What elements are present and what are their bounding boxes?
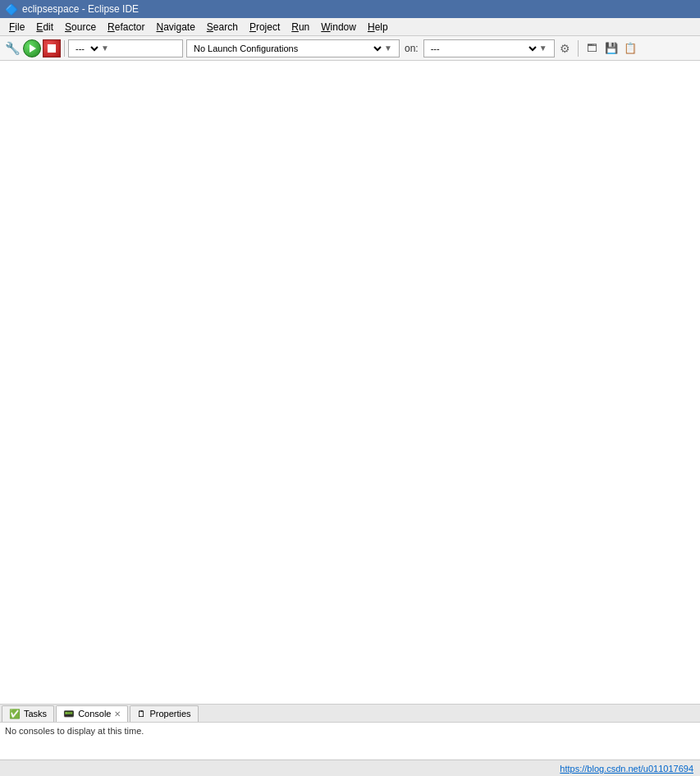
stop-button[interactable]: [43, 39, 61, 57]
status-url[interactable]: https://blog.csdn.net/u011017694: [560, 764, 693, 774]
save-button[interactable]: 💾: [602, 39, 620, 57]
menu-refactor[interactable]: Refactor: [102, 20, 150, 34]
menu-window[interactable]: Window: [315, 20, 362, 34]
menu-search[interactable]: Search: [201, 20, 244, 34]
console-tab-icon: 📟: [63, 709, 75, 719]
tab-tasks[interactable]: ✅ Tasks: [2, 705, 54, 722]
tab-properties[interactable]: 🗒 Properties: [130, 705, 198, 722]
toolbar-right-group: 🗔 💾 📋: [583, 39, 639, 57]
run-dropdown-arrow: ▼: [101, 44, 112, 53]
menu-navigate[interactable]: Navigate: [150, 20, 200, 34]
menu-file[interactable]: File: [3, 20, 30, 34]
status-bar: https://blog.csdn.net/u011017694: [0, 760, 700, 776]
menu-bar: File Edit Source Refactor Navigate Searc…: [0, 18, 700, 36]
launch-config-dropdown-wrapper[interactable]: No Launch Configurations ▼: [186, 39, 400, 57]
title-icon: 🔷: [5, 3, 18, 16]
title-bar: 🔷 eclipsespace - Eclipse IDE: [0, 0, 700, 18]
console-tab-label: Console: [78, 709, 111, 719]
properties-tab-icon: 🗒: [137, 709, 146, 719]
menu-edit[interactable]: Edit: [30, 20, 59, 34]
save-all-button[interactable]: 📋: [621, 39, 639, 57]
toolbar-separator-1: [64, 40, 65, 57]
menu-help[interactable]: Help: [362, 20, 394, 34]
toolbar-separator-2: [578, 40, 579, 57]
run-button[interactable]: [23, 39, 41, 57]
menu-project[interactable]: Project: [244, 20, 286, 34]
launch-dropdown-arrow: ▼: [384, 44, 395, 53]
launch-config-select[interactable]: No Launch Configurations: [187, 40, 384, 57]
tool-button[interactable]: 🔧: [3, 39, 21, 57]
console-message: No consoles to display at this time.: [5, 726, 144, 736]
menu-run[interactable]: Run: [286, 20, 315, 34]
target-dropdown-wrapper[interactable]: --- ▼: [423, 39, 555, 57]
on-label: on:: [405, 43, 419, 54]
run-config-dropdown-wrapper[interactable]: --- ▼: [68, 39, 183, 57]
tab-console[interactable]: 📟 Console ✕: [56, 705, 128, 722]
bottom-content: No consoles to display at this time.: [0, 723, 700, 759]
bottom-panel: ✅ Tasks 📟 Console ✕ 🗒 Properties No cons…: [0, 704, 700, 760]
target-select[interactable]: ---: [424, 40, 539, 57]
properties-tab-label: Properties: [149, 709, 190, 719]
main-content-area: [0, 61, 700, 723]
tasks-tab-icon: ✅: [9, 709, 21, 719]
run-config-select[interactable]: ---: [69, 40, 101, 57]
console-tab-close[interactable]: ✕: [114, 709, 121, 719]
toolbar: 🔧 --- ▼ No Launch Configurations ▼ on: -…: [0, 36, 700, 61]
new-window-button[interactable]: 🗔: [583, 39, 602, 57]
bottom-tabs: ✅ Tasks 📟 Console ✕ 🗒 Properties: [0, 705, 700, 723]
window-title: eclipsespace - Eclipse IDE: [22, 3, 139, 15]
target-dropdown-arrow: ▼: [539, 44, 550, 53]
tasks-tab-label: Tasks: [24, 709, 47, 719]
menu-source[interactable]: Source: [59, 20, 102, 34]
settings-button[interactable]: ⚙: [556, 39, 574, 57]
